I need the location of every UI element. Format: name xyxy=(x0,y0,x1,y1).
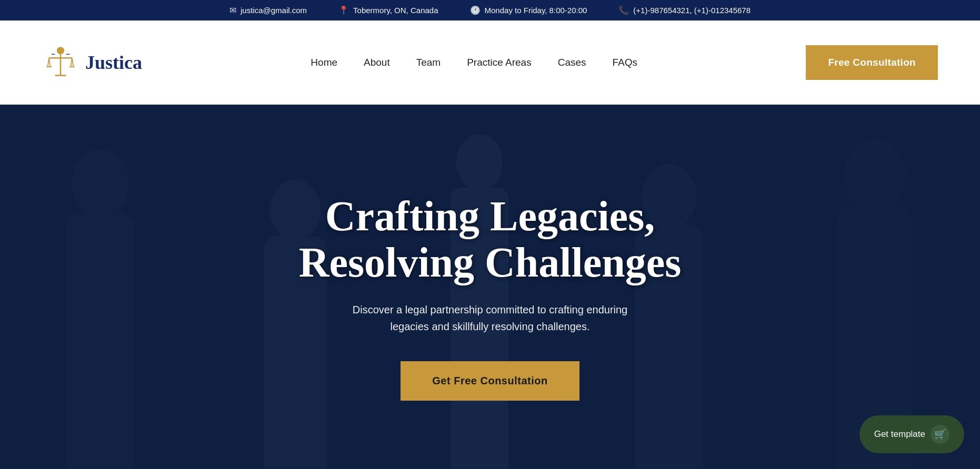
nav-team[interactable]: Team xyxy=(416,57,441,68)
nav-about[interactable]: About xyxy=(364,57,390,68)
svg-point-0 xyxy=(57,47,64,54)
topbar: ✉ justica@gmail.com 📍 Tobermory, ON, Can… xyxy=(0,0,980,21)
logo-text: Justica xyxy=(85,52,142,74)
nav-faqs[interactable]: FAQs xyxy=(613,57,638,68)
nav-cases[interactable]: Cases xyxy=(558,57,586,68)
cart-icon: 🛒 xyxy=(931,425,949,444)
topbar-hours: 🕐 Monday to Friday, 8:00-20:00 xyxy=(470,5,587,15)
topbar-phone-text: (+1)-987654321, (+1)-012345678 xyxy=(633,6,751,15)
hero-title-line1: Crafting Legacies, xyxy=(325,193,655,239)
get-template-label: Get template xyxy=(874,429,925,440)
main-nav: Home About Team Practice Areas Cases FAQ… xyxy=(311,57,637,68)
topbar-location-text: Tobermory, ON, Canada xyxy=(353,6,438,15)
clock-icon: 🕐 xyxy=(470,5,481,15)
topbar-location: 📍 Tobermory, ON, Canada xyxy=(338,5,438,15)
hero-title-line2: Resolving Challenges xyxy=(299,239,682,286)
get-template-button[interactable]: Get template 🛒 xyxy=(859,415,964,453)
get-free-consultation-button[interactable]: Get Free Consultation xyxy=(401,361,579,401)
hero-content: Crafting Legacies, Resolving Challenges … xyxy=(288,193,692,401)
svg-line-4 xyxy=(49,58,51,67)
topbar-email: ✉ justica@gmail.com xyxy=(229,5,307,15)
logo-icon xyxy=(42,44,79,81)
logo-link[interactable]: Justica xyxy=(42,44,142,81)
topbar-phone: 📞 (+1)-987654321, (+1)-012345678 xyxy=(618,5,751,15)
header: Justica Home About Team Practice Areas C… xyxy=(0,21,980,105)
hero-subtitle: Discover a legal partnership committed t… xyxy=(299,301,682,335)
topbar-hours-text: Monday to Friday, 8:00-20:00 xyxy=(485,6,587,15)
svg-line-6 xyxy=(72,58,74,67)
hero-title: Crafting Legacies, Resolving Challenges xyxy=(299,193,682,286)
nav-home[interactable]: Home xyxy=(311,57,337,68)
free-consultation-button[interactable]: Free Consultation xyxy=(806,45,938,80)
location-icon: 📍 xyxy=(338,5,349,15)
nav-practice-areas[interactable]: Practice Areas xyxy=(467,57,532,68)
topbar-email-text: justica@gmail.com xyxy=(241,6,307,15)
email-icon: ✉ xyxy=(229,5,236,15)
phone-icon: 📞 xyxy=(618,5,629,15)
hero-section: Crafting Legacies, Resolving Challenges … xyxy=(0,105,980,469)
